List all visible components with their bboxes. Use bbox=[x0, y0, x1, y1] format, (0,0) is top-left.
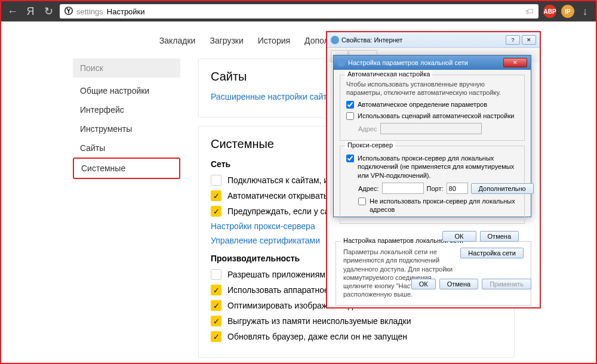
lan-titlebar[interactable]: Настройка параметров локальной сети ✕ bbox=[334, 55, 531, 70]
sidebar-item-2[interactable]: Инструменты bbox=[73, 119, 180, 138]
ie-help-button[interactable]: ? bbox=[506, 35, 520, 45]
checkbox-icon[interactable] bbox=[211, 175, 221, 186]
lan-auto-text: Чтобы использовать установленные вручную… bbox=[346, 80, 518, 97]
lan-cancel-button[interactable]: Отмена bbox=[480, 231, 519, 242]
ie-title-text: Свойства: Интернет bbox=[341, 36, 402, 44]
lan-auto-detect-checkbox[interactable]: Автоматическое определение параметров bbox=[346, 100, 518, 109]
back-button[interactable]: ← bbox=[6, 5, 19, 18]
lan-auto-legend: Автоматическая настройка bbox=[345, 70, 432, 78]
lan-title-text: Настройка параметров локальной сети bbox=[348, 59, 468, 66]
lan-proxy-port-input[interactable] bbox=[447, 183, 468, 194]
lan-use-proxy-checkbox[interactable]: Использовать прокси-сервер для локальных… bbox=[346, 154, 518, 180]
lan-proxy-port-label: Порт: bbox=[427, 185, 444, 192]
tab-1[interactable]: Загрузки bbox=[202, 32, 250, 51]
ie-apply-button[interactable]: Применить bbox=[482, 279, 531, 289]
checkbox-icon[interactable]: ✓ bbox=[211, 190, 221, 201]
check-row[interactable]: ✓Выгружать из памяти неиспользуемые вкла… bbox=[211, 316, 502, 326]
lan-bypass-checkbox[interactable]: Не использовать прокси-сервер для локаль… bbox=[346, 197, 518, 214]
lan-proxy-addr-input[interactable] bbox=[382, 183, 424, 194]
download-icon[interactable]: ↓ bbox=[579, 5, 591, 18]
checkbox-label: Выгружать из памяти неиспользуемые вклад… bbox=[227, 316, 411, 326]
browser-toolbar: ← Я ↻ Ⓨ settings Настройки 🏷 ABP IP ↓ bbox=[1, 1, 596, 21]
sidebar-item-0[interactable]: Общие настройки bbox=[73, 81, 180, 100]
lan-use-script-checkbox[interactable]: Использовать сценарий автоматической нас… bbox=[346, 112, 518, 120]
ie-network-settings-button[interactable]: Настройка сети bbox=[460, 248, 524, 258]
checkbox-icon[interactable]: ✓ bbox=[211, 285, 221, 295]
ie-lan-text: Параметры локальной сети не применяются … bbox=[343, 248, 454, 299]
lan-auto-fieldset: Автоматическая настройка Чтобы использов… bbox=[340, 75, 525, 141]
globe-icon bbox=[331, 36, 339, 44]
ie-titlebar[interactable]: Свойства: Интернет ? ✕ bbox=[327, 32, 540, 48]
lan-proxy-legend: Прокси-сервер bbox=[345, 141, 395, 149]
checkbox-label: Обновлять браузер, даже если он не запущ… bbox=[227, 332, 407, 341]
lan-settings-dialog: Настройка параметров локальной сети ✕ Ав… bbox=[333, 55, 531, 217]
lan-script-addr-input bbox=[380, 123, 482, 134]
addr-icon: Ⓨ bbox=[64, 6, 73, 17]
checkbox-icon[interactable] bbox=[211, 269, 221, 280]
checkbox-icon[interactable]: ✓ bbox=[211, 331, 221, 342]
yandex-logo[interactable]: Я bbox=[24, 5, 37, 18]
sidebar-header: Поиск bbox=[73, 58, 180, 78]
lan-advanced-button[interactable]: Дополнительно bbox=[471, 183, 534, 194]
ie-close-button[interactable]: ✕ bbox=[522, 35, 536, 45]
reload-button[interactable]: ↻ bbox=[42, 5, 55, 18]
sidebar-item-4[interactable]: Системные bbox=[73, 158, 180, 179]
ie-lan-fieldset: Настройка параметров локальной сети Пара… bbox=[336, 241, 531, 306]
check-row[interactable]: ✓Обновлять браузер, даже если он не запу… bbox=[211, 331, 502, 342]
sidebar: Поиск Общие настройкиИнтерфейсИнструмент… bbox=[73, 58, 180, 364]
checkbox-icon[interactable]: ✓ bbox=[211, 206, 221, 217]
lan-close-button[interactable]: ✕ bbox=[503, 58, 527, 67]
sidebar-item-1[interactable]: Интерфейс bbox=[73, 100, 180, 119]
address-bar[interactable]: Ⓨ settings Настройки 🏷 bbox=[60, 4, 538, 18]
bookmark-icon[interactable]: 🏷 bbox=[525, 7, 534, 16]
lan-ok-button[interactable]: ОК bbox=[442, 231, 476, 242]
abp-icon[interactable]: ABP bbox=[543, 5, 556, 18]
ie-cancel-button[interactable]: Отмена bbox=[439, 279, 478, 289]
lan-proxy-fieldset: Прокси-сервер Использовать прокси-сервер… bbox=[340, 146, 525, 223]
globe-icon bbox=[337, 58, 346, 67]
checkbox-icon[interactable]: ✓ bbox=[211, 316, 221, 326]
ie-ok-button[interactable]: ОК bbox=[411, 279, 436, 289]
addr-prefix: settings bbox=[76, 7, 103, 16]
checkbox-icon[interactable]: ✓ bbox=[211, 300, 221, 311]
addr-text: Настройки bbox=[107, 7, 145, 16]
tab-0[interactable]: Закладки bbox=[152, 32, 203, 51]
ip-icon[interactable]: IP bbox=[561, 5, 574, 18]
sidebar-item-3[interactable]: Сайты bbox=[73, 138, 180, 158]
tab-2[interactable]: История bbox=[251, 32, 297, 51]
lan-proxy-addr-label: Адрес: bbox=[358, 185, 379, 192]
lan-script-addr-label: Адрес bbox=[358, 125, 377, 132]
